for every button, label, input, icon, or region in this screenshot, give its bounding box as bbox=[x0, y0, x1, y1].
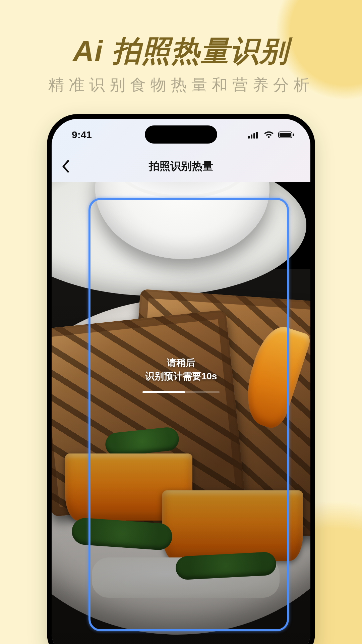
status-indicators bbox=[248, 131, 294, 139]
svg-rect-1 bbox=[251, 135, 252, 139]
nav-title: 拍照识别热量 bbox=[52, 159, 310, 174]
back-button[interactable] bbox=[52, 152, 80, 180]
svg-rect-2 bbox=[253, 133, 255, 139]
svg-rect-3 bbox=[256, 132, 258, 139]
status-time: 9:41 bbox=[72, 129, 92, 141]
scan-progress-fill bbox=[142, 391, 185, 393]
scan-frame bbox=[88, 198, 289, 631]
wifi-icon bbox=[263, 131, 274, 139]
svg-rect-5 bbox=[280, 133, 291, 137]
camera-viewport[interactable]: 请稍后 识别预计需要10s bbox=[52, 182, 310, 644]
promo-subtitle: 精准识别食物热量和营养分析 bbox=[0, 74, 362, 96]
cellular-signal-icon bbox=[248, 131, 259, 139]
scan-progress-bar bbox=[142, 391, 220, 393]
scan-status-line1: 请稍后 bbox=[52, 356, 310, 370]
chevron-left-icon bbox=[61, 160, 70, 173]
scan-status-line2: 识别预计需要10s bbox=[52, 370, 310, 383]
phone-frame: 9:41 bbox=[47, 114, 315, 644]
phone-screen: 9:41 bbox=[52, 119, 310, 644]
battery-icon bbox=[278, 131, 294, 139]
status-bar: 9:41 bbox=[52, 119, 310, 151]
svg-rect-6 bbox=[293, 133, 294, 136]
nav-bar: 拍照识别热量 bbox=[52, 152, 310, 180]
promo-title: Ai 拍照热量识别 bbox=[0, 36, 362, 65]
svg-rect-0 bbox=[248, 136, 250, 139]
